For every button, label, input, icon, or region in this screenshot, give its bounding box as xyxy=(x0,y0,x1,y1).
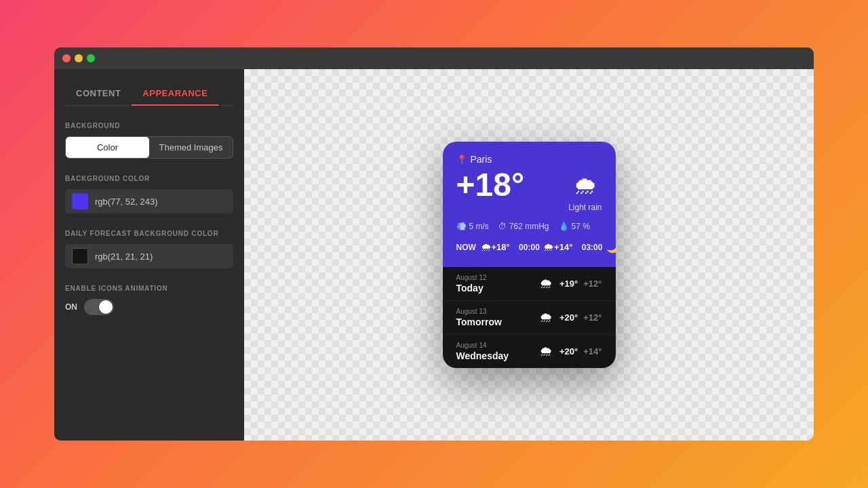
daily-bg-section: DAILY FORECAST BACKGROUND COLOR rgb(21, … xyxy=(65,230,233,268)
forecast-month-2: August 14 xyxy=(456,342,539,349)
hourly-temp-1: +14° xyxy=(554,242,572,252)
forecast-high-1: +20° xyxy=(559,312,578,323)
wind-value: 5 m/s xyxy=(469,222,489,231)
weather-cloud-icon: 🌧 xyxy=(573,171,597,200)
forecast-temps-0: +19° +12° xyxy=(559,279,602,289)
title-bar xyxy=(54,47,814,69)
location-name: Paris xyxy=(471,154,492,165)
bg-color-label: BACKGROUND COLOR xyxy=(65,175,233,182)
forecast-icon-0: 🌧 xyxy=(539,276,553,291)
wind-icon: 💨 xyxy=(456,222,467,231)
preview-area: 📍 Paris +18° 🌧 Light rain 💨 5 m/ xyxy=(244,69,814,441)
color-button[interactable]: Color xyxy=(66,137,149,158)
forecast-day-1: Tomorrow xyxy=(456,317,539,327)
hourly-label-2: 03:00 xyxy=(582,243,606,252)
forecast-day-0: Today xyxy=(456,283,539,293)
animation-label: ENABLE ICONS ANIMATION xyxy=(65,285,233,292)
close-button[interactable] xyxy=(62,54,71,62)
daily-bg-swatch xyxy=(72,248,88,264)
hourly-row: NOW 🌧 +18° 00:00 🌧 +14° 03:00 🌙 +12° › xyxy=(456,238,602,256)
forecast-temps-1: +20° +12° xyxy=(559,312,602,323)
animation-toggle[interactable] xyxy=(84,299,114,315)
bg-color-row[interactable]: rgb(77, 52, 243) xyxy=(65,189,233,214)
forecast-month-0: August 12 xyxy=(456,274,539,281)
forecast-day-2: Wednesday xyxy=(456,350,539,361)
forecast-high-0: +19° xyxy=(559,279,578,289)
forecast-low-0: +12° xyxy=(583,279,601,289)
tab-bar: CONTENT APPEARANCE xyxy=(65,83,233,106)
humidity-value: 57 % xyxy=(572,222,590,231)
bg-color-section: BACKGROUND COLOR rgb(77, 52, 243) xyxy=(65,175,233,214)
forecast-high-2: +20° xyxy=(559,346,578,357)
weather-description: Light rain xyxy=(568,203,601,212)
forecast-temps-2: +20° +14° xyxy=(559,346,602,357)
weather-temperature: +18° xyxy=(456,169,525,201)
hourly-temp-0: +18° xyxy=(492,242,510,252)
background-section: BACKGROUND Color Themed Images xyxy=(65,122,233,159)
forecast-row-1: August 13 Tomorrow 🌧 +20° +12° xyxy=(443,301,616,335)
bg-color-swatch xyxy=(72,193,88,209)
weather-icon-area: 🌧 Light rain xyxy=(568,169,601,212)
pressure-icon: ⏱ xyxy=(498,222,507,231)
daily-bg-value: rgb(21, 21, 21) xyxy=(95,251,153,262)
forecast-month-1: August 13 xyxy=(456,308,539,315)
weather-top: 📍 Paris +18° 🌧 Light rain 💨 5 m/ xyxy=(443,142,616,267)
weather-widget: 📍 Paris +18° 🌧 Light rain 💨 5 m/ xyxy=(443,142,616,368)
app-window: CONTENT APPEARANCE BACKGROUND Color Them… xyxy=(54,47,814,441)
humidity-item: 💧 57 % xyxy=(559,222,590,231)
traffic-lights xyxy=(62,54,95,62)
animation-section: ENABLE ICONS ANIMATION ON xyxy=(65,285,233,315)
hourly-icon-1: 🌧 xyxy=(543,241,554,253)
forecast-date-2: August 14 Wednesday xyxy=(456,342,539,361)
forecast-date-0: August 12 Today xyxy=(456,274,539,293)
toggle-knob xyxy=(99,300,113,314)
forecast-date-1: August 13 Tomorrow xyxy=(456,308,539,327)
background-toggle: Color Themed Images xyxy=(65,136,233,159)
app-body: CONTENT APPEARANCE BACKGROUND Color Them… xyxy=(54,69,814,441)
tab-appearance[interactable]: APPEARANCE xyxy=(132,83,218,105)
weather-location: 📍 Paris xyxy=(456,154,602,165)
themed-images-button[interactable]: Themed Images xyxy=(149,137,233,158)
weather-bottom: August 12 Today 🌧 +19° +12° August 13 To… xyxy=(443,267,616,368)
animation-toggle-row: ON xyxy=(65,299,233,315)
forecast-icon-1: 🌧 xyxy=(539,310,553,325)
minimize-button[interactable] xyxy=(75,54,83,62)
maximize-button[interactable] xyxy=(87,54,95,62)
pressure-item: ⏱ 762 mmHg xyxy=(498,222,549,231)
sidebar: CONTENT APPEARANCE BACKGROUND Color Them… xyxy=(54,69,244,441)
hourly-icon-0: 🌧 xyxy=(481,241,492,253)
background-section-label: BACKGROUND xyxy=(65,122,233,129)
forecast-icon-2: 🌧 xyxy=(539,344,553,359)
forecast-row-0: August 12 Today 🌧 +19° +12° xyxy=(443,267,616,301)
weather-main: +18° 🌧 Light rain xyxy=(456,169,602,212)
tab-content[interactable]: CONTENT xyxy=(65,83,132,105)
forecast-low-1: +12° xyxy=(583,312,601,323)
forecast-row-2: August 14 Wednesday 🌧 +20° +14° xyxy=(443,335,616,368)
forecast-low-2: +14° xyxy=(583,346,601,357)
hourly-label-0: NOW xyxy=(456,243,481,252)
toggle-on-label: ON xyxy=(65,302,77,312)
weather-meta: 💨 5 m/s ⏱ 762 mmHg 💧 57 % xyxy=(456,222,602,231)
hourly-label-1: 00:00 xyxy=(519,243,543,252)
daily-bg-color-row[interactable]: rgb(21, 21, 21) xyxy=(65,244,233,268)
bg-color-value: rgb(77, 52, 243) xyxy=(95,197,158,207)
location-icon: 📍 xyxy=(456,155,467,165)
daily-bg-label: DAILY FORECAST BACKGROUND COLOR xyxy=(65,230,233,237)
pressure-value: 762 mmHg xyxy=(509,222,549,231)
humidity-icon: 💧 xyxy=(559,222,569,231)
wind-item: 💨 5 m/s xyxy=(456,222,489,231)
hourly-icon-2: 🌙 xyxy=(606,241,616,253)
